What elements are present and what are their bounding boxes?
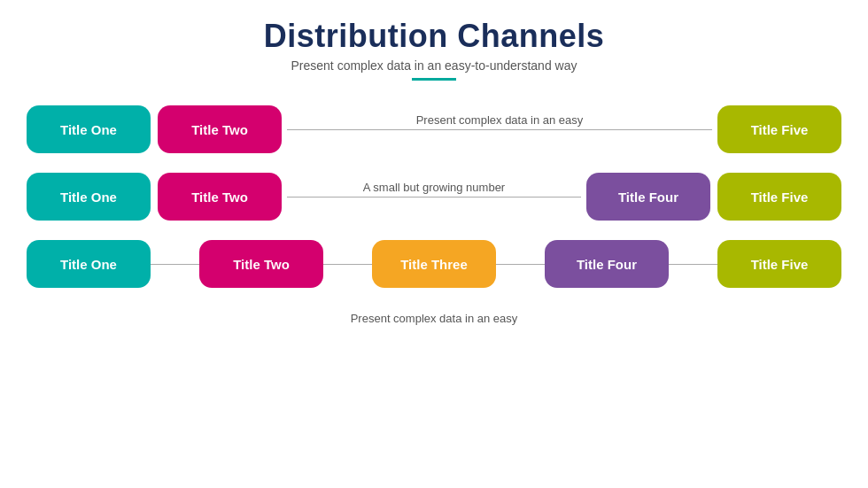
row3-line-1	[323, 264, 372, 265]
row3-line-3	[669, 264, 717, 265]
header: Distribution Channels Present complex da…	[27, 18, 841, 81]
row-2: Title OneTitle TwoA small but growing nu…	[27, 169, 841, 224]
pill-title-three[interactable]: Title Three	[372, 240, 496, 288]
pill-title-five[interactable]: Title Five	[717, 105, 841, 153]
row3-line-2	[496, 264, 545, 265]
main-title: Distribution Channels	[27, 18, 841, 55]
page-container: Distribution Channels Present complex da…	[0, 0, 868, 488]
row3-line-0	[151, 264, 199, 265]
pill-title-five[interactable]: Title Five	[717, 240, 841, 288]
connector-line-2	[287, 197, 581, 198]
rows-wrapper: Title OneTitle TwoPresent complex data i…	[27, 102, 841, 318]
pill-title-one[interactable]: Title One	[27, 240, 151, 288]
row-3: Title OneTitle TwoTitle ThreeTitle FourT…	[27, 236, 841, 291]
row3-bottom-text: Present complex data in an easy	[27, 312, 841, 325]
pill-title-five[interactable]: Title Five	[717, 173, 841, 221]
pill-title-two[interactable]: Title Two	[158, 105, 282, 153]
pill-title-one[interactable]: Title One	[27, 105, 151, 153]
pill-title-one[interactable]: Title One	[27, 173, 151, 221]
pill-title-four[interactable]: Title Four	[545, 240, 669, 288]
connector-text-2: A small but growing number	[358, 181, 510, 194]
pill-title-two[interactable]: Title Two	[199, 240, 323, 288]
pill-title-four[interactable]: Title Four	[586, 173, 710, 221]
pill-title-two[interactable]: Title Two	[158, 173, 282, 221]
connector-line-1	[287, 129, 712, 130]
subtitle: Present complex data in an easy-to-under…	[27, 58, 841, 73]
connector-text-1: Present complex data in an easy	[411, 113, 589, 127]
row-1: Title OneTitle TwoPresent complex data i…	[27, 102, 841, 157]
accent-line	[412, 78, 456, 81]
rows-container: Title OneTitle TwoPresent complex data i…	[27, 102, 841, 318]
